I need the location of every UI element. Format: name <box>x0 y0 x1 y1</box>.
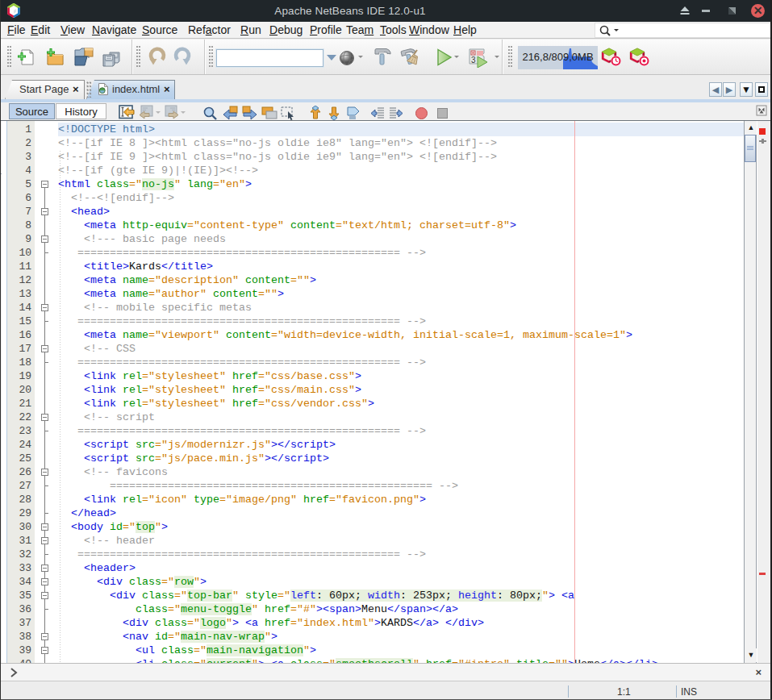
svg-text:3: 3 <box>471 56 476 65</box>
